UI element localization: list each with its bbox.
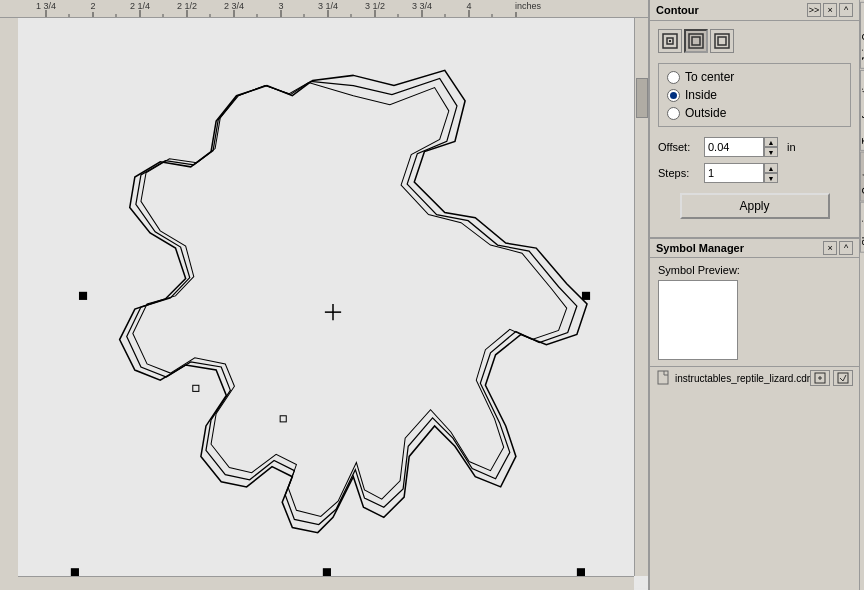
symbol-btn-1[interactable] xyxy=(810,370,830,386)
offset-label: Offset: xyxy=(658,141,698,153)
svg-text:2 3/4: 2 3/4 xyxy=(224,1,244,11)
svg-rect-45 xyxy=(715,34,729,48)
panel-with-tabs: Contour >> × ^ xyxy=(650,0,864,590)
handle-left xyxy=(79,292,87,300)
contour-tab-icons xyxy=(658,29,851,53)
radio-inside[interactable]: Inside xyxy=(667,88,842,102)
radio-inside-label: Inside xyxy=(685,88,717,102)
steps-spinner: ▲ ▼ xyxy=(764,163,778,183)
contour-radio-group: To center Inside Outside xyxy=(658,63,851,127)
panel-close-btn[interactable]: × xyxy=(823,3,837,17)
svg-text:3 1/4: 3 1/4 xyxy=(318,1,338,11)
inside-icon xyxy=(688,33,704,49)
radio-outside-input[interactable] xyxy=(667,107,680,120)
side-tab-contour[interactable]: Contour xyxy=(860,152,864,202)
symbol-action-icon-2 xyxy=(837,372,849,384)
svg-text:4: 4 xyxy=(466,1,471,11)
steps-input[interactable] xyxy=(704,163,764,183)
svg-text:2: 2 xyxy=(90,1,95,11)
symbol-header-controls: × ^ xyxy=(823,241,853,255)
panel-main: Contour >> × ^ xyxy=(650,0,859,590)
radio-to-center-input[interactable] xyxy=(667,71,680,84)
offset-input-wrap: ▲ ▼ xyxy=(704,137,778,157)
symbol-panel-close-btn[interactable]: × xyxy=(823,241,837,255)
ruler-top: 1 3/4 2 2 1/4 2 1/2 2 3/4 3 3 1/4 3 1/2 xyxy=(0,0,648,18)
svg-text:2 1/4: 2 1/4 xyxy=(130,1,150,11)
symbol-footer-left: instructables_reptile_lizard.cdr xyxy=(656,370,810,386)
symbol-manager: Symbol Manager × ^ Symbol Preview: xyxy=(650,238,859,408)
offset-unit: in xyxy=(787,141,796,153)
side-tab-join-curves[interactable]: Join Curves xyxy=(860,2,864,69)
outside-tab-btn[interactable] xyxy=(710,29,734,53)
symbol-panel-collapse-btn[interactable]: ^ xyxy=(839,241,853,255)
steps-spin-up[interactable]: ▲ xyxy=(764,163,778,173)
panel-collapse-btn[interactable]: ^ xyxy=(839,3,853,17)
canvas-container: 1 3/4 2 2 1/4 2 1/2 2 3/4 3 3 1/4 3 1/2 xyxy=(0,0,649,590)
handle-right xyxy=(582,292,590,300)
outside-icon xyxy=(714,33,730,49)
symbol-footer: instructables_reptile_lizard.cdr xyxy=(650,366,859,389)
symbol-footer-icons xyxy=(810,370,853,386)
right-panel: Contour >> × ^ xyxy=(649,0,864,590)
steps-spin-down[interactable]: ▼ xyxy=(764,173,778,183)
side-tab-shaping[interactable]: Shaping xyxy=(860,202,864,253)
scroll-thumb-vertical[interactable] xyxy=(636,78,648,118)
radio-outside-label: Outside xyxy=(685,106,726,120)
radio-to-center-label: To center xyxy=(685,70,734,84)
symbol-file-label: instructables_reptile_lizard.cdr xyxy=(675,373,810,384)
contour-panel-header: Contour >> × ^ xyxy=(650,0,859,21)
ruler-left-svg xyxy=(0,18,18,590)
radio-outside[interactable]: Outside xyxy=(667,106,842,120)
svg-text:3 1/2: 3 1/2 xyxy=(365,1,385,11)
svg-rect-44 xyxy=(718,37,726,45)
offset-spin-down[interactable]: ▼ xyxy=(764,147,778,157)
symbol-content: Symbol Preview: xyxy=(650,258,859,366)
contour-panel-content: To center Inside Outside xyxy=(650,21,859,237)
scrollbar-right[interactable] xyxy=(634,18,648,576)
svg-rect-41 xyxy=(669,40,671,42)
offset-spinner: ▲ ▼ xyxy=(764,137,778,157)
symbol-manager-title: Symbol Manager xyxy=(656,242,744,254)
symbol-preview-label: Symbol Preview: xyxy=(658,264,851,276)
steps-input-wrap: ▲ ▼ xyxy=(704,163,778,183)
symbol-action-icon-1 xyxy=(814,372,826,384)
svg-rect-33 xyxy=(0,18,18,590)
contour-title: Contour xyxy=(656,4,699,16)
svg-text:1 3/4: 1 3/4 xyxy=(36,1,56,11)
offset-input[interactable] xyxy=(704,137,764,157)
radio-to-center[interactable]: To center xyxy=(667,70,842,84)
canvas-inner[interactable] xyxy=(18,18,648,590)
svg-text:3 3/4: 3 3/4 xyxy=(412,1,432,11)
steps-field-row: Steps: ▲ ▼ xyxy=(658,163,851,183)
ruler-left xyxy=(0,18,18,590)
canvas-drawing xyxy=(18,18,648,590)
file-icon xyxy=(656,370,672,386)
scrollbar-bottom[interactable] xyxy=(18,576,634,590)
ruler-svg: 1 3/4 2 2 1/4 2 1/2 2 3/4 3 3 1/4 3 1/2 xyxy=(18,0,648,17)
symbol-manager-header: Symbol Manager × ^ xyxy=(650,239,859,258)
offset-spin-up[interactable]: ▲ xyxy=(764,137,778,147)
main-area: 1 3/4 2 2 1/4 2 1/2 2 3/4 3 3 1/4 3 1/2 xyxy=(0,0,864,590)
contour-panel: Contour >> × ^ xyxy=(650,0,859,238)
svg-text:2 1/2: 2 1/2 xyxy=(177,1,197,11)
to-center-icon xyxy=(662,33,678,49)
svg-rect-42 xyxy=(689,34,703,48)
to-center-tab-btn[interactable] xyxy=(658,29,682,53)
svg-text:inches: inches xyxy=(515,1,542,11)
radio-inside-input[interactable] xyxy=(667,89,680,102)
steps-label: Steps: xyxy=(658,167,698,179)
symbol-preview-box xyxy=(658,280,738,360)
panel-detach-btn[interactable]: >> xyxy=(807,3,821,17)
svg-rect-43 xyxy=(692,37,700,45)
apply-button[interactable]: Apply xyxy=(680,193,830,219)
panel-side-tabs: Join Curves Transformation Contour Shapi… xyxy=(859,0,864,590)
side-tab-transformation[interactable]: Transformation xyxy=(860,70,864,151)
offset-field-row: Offset: ▲ ▼ in xyxy=(658,137,851,157)
svg-rect-46 xyxy=(658,371,668,384)
svg-text:3: 3 xyxy=(278,1,283,11)
inside-tab-btn[interactable] xyxy=(684,29,708,53)
panel-header-controls: >> × ^ xyxy=(807,3,853,17)
symbol-btn-2[interactable] xyxy=(833,370,853,386)
